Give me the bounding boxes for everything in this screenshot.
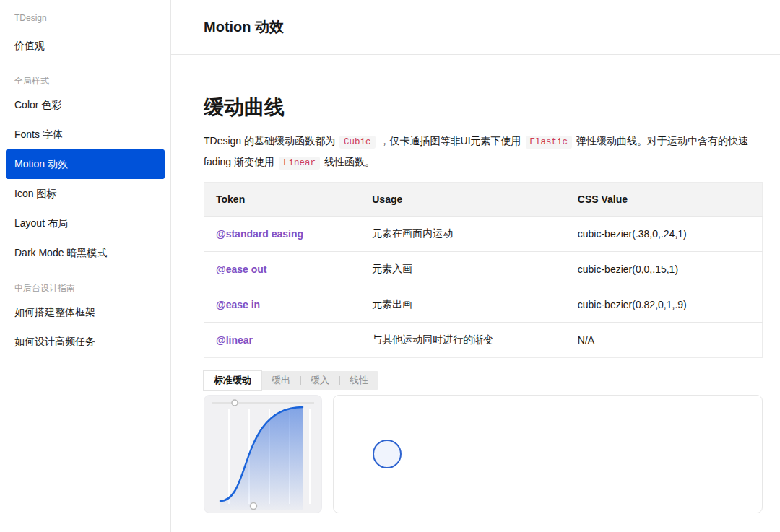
sidebar-item-icon[interactable]: Icon 图标 [0, 179, 170, 209]
table-row: @ease out 元素入画 cubic-bezier(0,0,.15,1) [204, 252, 763, 287]
main-content: Motion 动效 缓动曲线 TDesign 的基础缓动函数都为Cubic，仅卡… [171, 0, 780, 532]
sidebar-item-layout[interactable]: Layout 布局 [0, 209, 170, 238]
sidebar-item-tasks[interactable]: 如何设计高频任务 [0, 327, 170, 357]
section-title: 缓动曲线 [204, 95, 763, 120]
sidebar-item-color[interactable]: Color 色彩 [0, 90, 170, 120]
token-cell[interactable]: @standard easing [204, 217, 361, 252]
bezier-curve-panel[interactable] [204, 395, 322, 513]
animation-ball [373, 440, 402, 468]
tab-linear[interactable]: 线性 [339, 371, 378, 390]
sidebar-item-darkmode[interactable]: Dark Mode 暗黑模式 [0, 238, 170, 268]
intro-text: ，仅卡通插图等非UI元素下使用 [380, 135, 521, 147]
tab-ease-out[interactable]: 缓出 [261, 371, 300, 390]
easing-demo [204, 395, 763, 513]
brand-logo[interactable]: TDesign [0, 13, 170, 24]
page-body: 缓动曲线 TDesign 的基础缓动函数都为Cubic，仅卡通插图等非UI元素下… [171, 55, 780, 513]
token-cell[interactable]: @ease out [204, 252, 361, 287]
table-row: @ease in 元素出画 cubic-bezier(0.82,0,1,.9) [204, 287, 763, 323]
easing-demo-tabs: 标准缓动 缓出 缓入 线性 [204, 371, 378, 390]
table-row: @linear 与其他运动同时进行的渐变 N/A [204, 323, 763, 358]
css-value-cell: cubic-bezier(0.82,0,1,.9) [566, 287, 763, 323]
column-header-token: Token [204, 183, 361, 217]
inline-code-linear: Linear [279, 157, 320, 170]
column-header-usage: Usage [360, 183, 566, 217]
sidebar: TDesign 价值观 全局样式 Color 色彩 Fonts 字体 Motio… [0, 0, 171, 532]
intro-text: TDesign 的基础缓动函数都为 [204, 135, 335, 147]
token-cell[interactable]: @linear [204, 323, 361, 358]
sidebar-item-values[interactable]: 价值观 [0, 31, 170, 61]
page-title: Motion 动效 [204, 17, 284, 37]
token-cell[interactable]: @ease in [204, 287, 361, 323]
css-value-cell: cubic-bezier(.38,0,.24,1) [566, 217, 763, 252]
sidebar-item-motion[interactable]: Motion 动效 [6, 149, 165, 179]
slider-handle-bottom[interactable] [251, 503, 257, 510]
bezier-curve-graphic [204, 396, 321, 513]
css-value-cell: N/A [566, 323, 763, 358]
easing-token-table: Token Usage CSS Value @standard easing 元… [204, 182, 763, 358]
app: TDesign 价值观 全局样式 Color 色彩 Fonts 字体 Motio… [0, 0, 780, 532]
table-header-row: Token Usage CSS Value [204, 183, 763, 217]
intro-text: 线性函数。 [324, 156, 375, 167]
animation-stage-panel [333, 395, 763, 513]
usage-cell: 与其他运动同时进行的渐变 [360, 323, 566, 358]
tab-standard-easing[interactable]: 标准缓动 [204, 371, 261, 390]
column-header-css-value: CSS Value [566, 183, 763, 217]
tab-ease-in[interactable]: 缓入 [300, 371, 339, 390]
sidebar-item-fonts[interactable]: Fonts 字体 [0, 120, 170, 149]
usage-cell: 元素出画 [360, 287, 566, 323]
usage-cell: 元素入画 [360, 252, 566, 287]
sidebar-group-global-styles: 全局样式 [0, 76, 170, 87]
inline-code-cubic: Cubic [339, 136, 376, 149]
inline-code-elastic: Elastic [526, 136, 573, 149]
slider-handle-top[interactable] [232, 400, 238, 406]
page-header: Motion 动效 [171, 0, 780, 55]
sidebar-group-guide: 中后台设计指南 [0, 283, 170, 294]
css-value-cell: cubic-bezier(0,0,.15,1) [566, 252, 763, 287]
usage-cell: 元素在画面内运动 [360, 217, 566, 252]
sidebar-item-framework[interactable]: 如何搭建整体框架 [0, 297, 170, 327]
table-row: @standard easing 元素在画面内运动 cubic-bezier(.… [204, 217, 763, 252]
intro-paragraph: TDesign 的基础缓动函数都为Cubic，仅卡通插图等非UI元素下使用Ela… [204, 131, 763, 173]
